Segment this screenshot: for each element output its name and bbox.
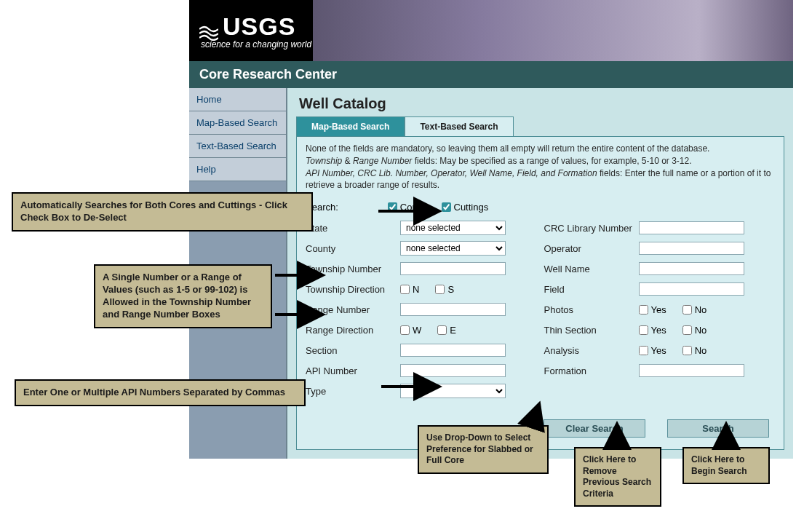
annotation-arrows: [0, 0, 812, 522]
